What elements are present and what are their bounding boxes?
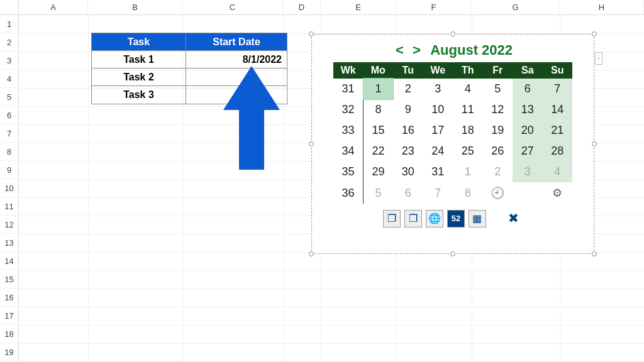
blue-arrow-annotation — [223, 66, 280, 170]
column-header[interactable]: G — [472, 0, 560, 15]
week-number-icon[interactable]: 52 — [447, 210, 465, 228]
calendar-day[interactable]: 15 — [364, 120, 394, 141]
row-header[interactable]: 6 — [0, 106, 19, 124]
select-all-corner[interactable] — [0, 0, 19, 15]
row-header[interactable]: 16 — [0, 288, 19, 307]
calendar-day[interactable]: 7 — [543, 79, 573, 99]
gear-icon[interactable]: ⚙ — [543, 182, 573, 204]
calendar-day[interactable]: 3 — [513, 162, 543, 182]
calendar-day[interactable]: 30 — [393, 162, 423, 182]
calendar-day[interactable]: 9 — [393, 99, 423, 120]
calendar-day[interactable]: 27 — [513, 141, 543, 162]
resize-handle[interactable] — [450, 31, 455, 36]
calendar-day[interactable]: 5 — [483, 79, 513, 99]
resize-handle[interactable] — [592, 141, 597, 146]
row-header[interactable]: 4 — [0, 70, 19, 88]
calendar-icon[interactable]: ▦ — [469, 210, 486, 228]
calendar-day[interactable]: 20 — [513, 120, 543, 141]
calendar-day[interactable]: 19 — [483, 120, 513, 141]
calendar-widget-frame[interactable]: ‹ < > August 2022 WkMoTuWeThFrSaSu 31123… — [311, 34, 594, 254]
week-number: 31 — [333, 79, 364, 99]
day-header: Fr — [483, 62, 513, 79]
resize-handle[interactable] — [309, 251, 314, 256]
calendar-day[interactable]: 22 — [364, 141, 394, 162]
resize-handle[interactable] — [309, 31, 314, 36]
row-header[interactable]: 7 — [0, 124, 19, 143]
row-header[interactable]: 11 — [0, 197, 19, 216]
calendar-day[interactable]: 25 — [453, 141, 483, 162]
row-header[interactable]: 18 — [0, 325, 19, 343]
calendar-month-title[interactable]: August 2022 — [430, 42, 513, 58]
calendar-day[interactable]: 2 — [393, 79, 423, 99]
row-header[interactable]: 8 — [0, 143, 19, 161]
calendar-day[interactable]: 18 — [453, 120, 483, 141]
window-icon[interactable]: ❐ — [383, 210, 401, 228]
day-header: Tu — [393, 62, 423, 79]
resize-handle[interactable] — [309, 141, 314, 146]
task-cell[interactable]: Task 3 — [92, 86, 186, 104]
task-cell[interactable]: Task 2 — [92, 69, 186, 86]
calendar-day[interactable]: 21 — [543, 120, 573, 141]
row-header[interactable]: 12 — [0, 216, 19, 234]
row-header[interactable]: 13 — [0, 234, 19, 252]
row-header[interactable]: 5 — [0, 88, 19, 106]
calendar-day[interactable]: 6 — [513, 79, 543, 99]
calendar-day[interactable]: 13 — [513, 99, 543, 120]
calendar-day[interactable]: 2 — [483, 162, 513, 182]
calendar-day[interactable]: 14 — [543, 99, 573, 120]
calendar-day[interactable]: 12 — [483, 99, 513, 120]
window-icon[interactable]: ❐ — [404, 210, 422, 228]
calendar-day[interactable]: 7 — [423, 182, 453, 204]
spreadsheet-grid[interactable]: ABCDEFGH 12345678910111213141516171819 T… — [0, 0, 644, 362]
row-header[interactable]: 15 — [0, 270, 19, 288]
calendar-day[interactable]: 17 — [423, 120, 453, 141]
calendar-day[interactable]: 1 — [453, 162, 483, 182]
calendar-day[interactable]: 10 — [423, 99, 453, 120]
calendar-day[interactable]: 4 — [453, 79, 483, 99]
column-header[interactable]: A — [19, 0, 88, 15]
calendar-day[interactable]: 28 — [543, 141, 573, 162]
header-task: Task — [92, 33, 186, 51]
calendar-day[interactable]: 31 — [423, 162, 453, 182]
row-header[interactable]: 1 — [0, 15, 19, 33]
calendar-day[interactable]: 23 — [393, 141, 423, 162]
column-header[interactable]: D — [283, 0, 321, 15]
globe-icon[interactable]: 🌐 — [426, 210, 443, 228]
close-icon[interactable]: ✖ — [505, 210, 523, 228]
resize-handle[interactable] — [450, 251, 455, 256]
row-header[interactable]: 10 — [0, 179, 19, 197]
column-header[interactable]: B — [88, 0, 182, 15]
calendar-day[interactable]: 6 — [393, 182, 423, 204]
calendar-side-tab[interactable]: ‹ — [595, 52, 602, 65]
calendar-day[interactable]: 8 — [364, 99, 394, 120]
column-header[interactable]: F — [396, 0, 472, 15]
resize-handle[interactable] — [592, 251, 597, 256]
row-header[interactable]: 17 — [0, 307, 19, 325]
column-header[interactable]: H — [560, 0, 644, 15]
row-header[interactable]: 19 — [0, 343, 19, 361]
calendar-day[interactable]: 4 — [543, 162, 573, 182]
row-header[interactable]: 3 — [0, 52, 19, 70]
calendar-day[interactable]: 26 — [483, 141, 513, 162]
column-header[interactable]: E — [321, 0, 396, 15]
calendar-day[interactable]: 1 — [364, 79, 394, 99]
calendar-day[interactable]: 8 — [453, 182, 483, 204]
calendar-day[interactable]: 29 — [364, 162, 394, 182]
clock-icon[interactable]: 🕘 — [483, 182, 513, 204]
calendar-day[interactable]: 5 — [364, 182, 394, 204]
task-cell[interactable]: Task 1 — [92, 51, 186, 69]
week-number: 35 — [333, 162, 364, 182]
calendar-day[interactable]: 16 — [393, 120, 423, 141]
calendar-day[interactable]: 24 — [423, 141, 453, 162]
calendar-day[interactable]: 11 — [453, 99, 483, 120]
prev-month-button[interactable]: < — [393, 42, 406, 58]
resize-handle[interactable] — [592, 31, 597, 36]
calendar-day[interactable] — [513, 182, 543, 204]
calendar-day[interactable]: 3 — [423, 79, 453, 99]
column-header[interactable]: C — [182, 0, 283, 15]
row-header[interactable]: 14 — [0, 252, 19, 270]
row-header[interactable]: 2 — [0, 33, 19, 52]
next-month-button[interactable]: > — [410, 42, 423, 58]
row-header[interactable]: 9 — [0, 161, 19, 179]
calendar-toolbar: ❐ ❐ 🌐 52 ▦ ✖ — [333, 204, 572, 228]
